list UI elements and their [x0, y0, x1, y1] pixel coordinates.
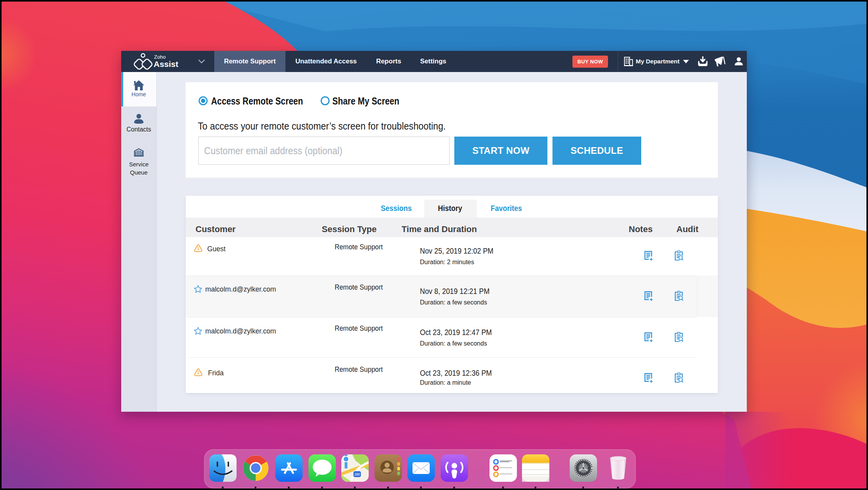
svg-text:280: 280: [354, 472, 360, 476]
